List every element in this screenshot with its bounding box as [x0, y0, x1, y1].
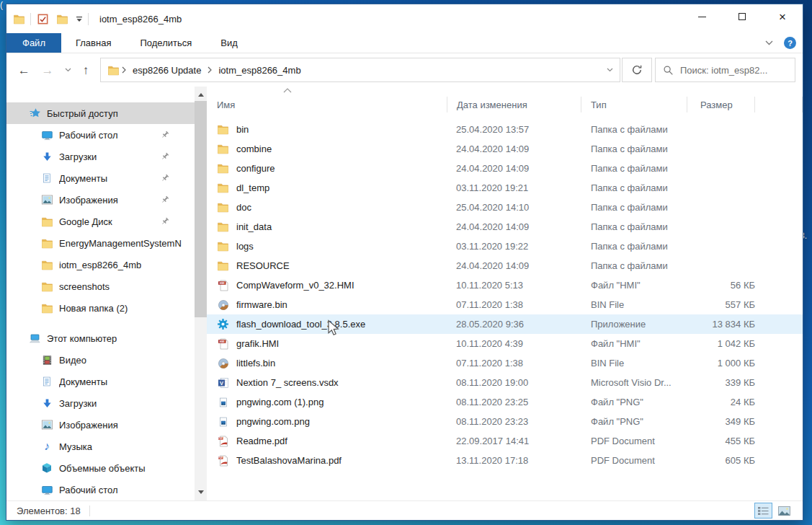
search-box[interactable] — [655, 58, 795, 82]
column-header-date[interactable]: Дата изменения — [447, 97, 581, 112]
sidebar-item-desktop[interactable]: Рабочий стол — [6, 124, 195, 146]
recent-locations-chevron-icon[interactable] — [65, 68, 71, 72]
sidebar-item-pictures-2[interactable]: Изображения — [6, 414, 195, 436]
sidebar-item-downloads-2[interactable]: Загрузки — [6, 392, 195, 414]
file-row[interactable]: init_data24.04.2020 14:09Папка с файлами — [207, 217, 803, 237]
file-name: doc — [236, 202, 251, 213]
breadcrumb-segment[interactable]: iotm_esp8266_4mb — [212, 65, 307, 76]
file-row[interactable]: bin25.04.2020 13:57Папка с файлами — [207, 120, 803, 139]
tab-share[interactable]: Поделиться — [125, 33, 206, 53]
back-button[interactable]: ← — [18, 64, 30, 76]
close-button[interactable]: × — [762, 4, 803, 29]
file-row[interactable]: PDFReadme.pdf22.09.2017 14:41PDF Documen… — [207, 431, 803, 451]
sidebar-item-documents[interactable]: Документы — [6, 167, 195, 189]
column-header-size[interactable]: Размер — [687, 97, 755, 112]
sidebar-item-documents-2[interactable]: Документы — [6, 371, 195, 392]
scroll-down-icon[interactable] — [195, 486, 207, 498]
folder-icon — [107, 65, 120, 76]
address-dropdown-chevron-icon[interactable] — [607, 68, 613, 72]
new-folder-icon[interactable] — [55, 14, 68, 25]
column-header-name[interactable]: Имя — [207, 97, 447, 112]
disc-icon — [217, 299, 229, 311]
png-icon — [217, 397, 229, 408]
file-row[interactable]: configure24.04.2020 14:09Папка с файлами — [207, 159, 803, 178]
scroll-up-icon[interactable] — [195, 89, 207, 101]
ribbon-tabs: Файл Главная Поделиться Вид ? — [6, 33, 803, 53]
file-name: Nextion 7_ screens.vsdx — [236, 377, 339, 388]
sidebar-item-screenshots[interactable]: screenshots — [6, 275, 195, 297]
file-row[interactable]: dl_temp03.11.2020 19:21Папка с файлами — [207, 178, 803, 198]
refresh-button[interactable] — [622, 58, 652, 82]
sidebar-item-music[interactable]: ♪Музыка — [6, 436, 195, 457]
expand-ribbon-chevron-icon[interactable] — [765, 40, 773, 45]
maximize-button[interactable] — [722, 4, 762, 29]
file-row[interactable]: flash_download_tool_3.8.5.exe28.05.2020 … — [207, 314, 803, 334]
details-view-button[interactable] — [754, 503, 772, 519]
forward-button[interactable]: → — [41, 64, 53, 76]
sidebar-item-pictures[interactable]: Изображения — [6, 189, 195, 211]
file-row[interactable]: HMIgrafik.HMI10.11.2020 4:39Файл "HMI"1 … — [207, 334, 803, 353]
tab-file[interactable]: Файл — [6, 33, 61, 53]
file-row[interactable]: PDFTestBalashovaMarina.pdf13.11.2020 17:… — [207, 451, 803, 470]
file-type: Папка с файлами — [581, 163, 687, 174]
navigation-bar: ← → ↑ esp8266 Update iotm_esp8266_4mb — [6, 53, 803, 87]
folder-icon — [217, 202, 229, 213]
breadcrumb-segment[interactable]: esp8266 Update — [126, 65, 208, 76]
file-row[interactable]: doc25.04.2020 14:10Папка с файлами — [207, 198, 803, 217]
video-icon — [40, 355, 53, 366]
file-name: bin — [236, 124, 249, 135]
sidebar-item-downloads[interactable]: Загрузки — [6, 146, 195, 167]
sidebar-item-video[interactable]: Видео — [6, 349, 195, 371]
minimize-button[interactable] — [682, 4, 722, 29]
sidebar-scrollbar[interactable] — [195, 87, 207, 500]
search-input[interactable] — [680, 65, 788, 76]
customize-toolbar-caret-icon[interactable] — [75, 16, 83, 22]
folder-icon — [217, 260, 229, 271]
file-row[interactable]: firmware.bin07.11.2020 1:38BIN File557 К… — [207, 295, 803, 314]
tab-home[interactable]: Главная — [61, 33, 125, 53]
sidebar-item-new-folder-2[interactable]: Новая папка (2) — [6, 297, 195, 319]
properties-check-icon[interactable] — [36, 13, 49, 25]
file-date: 13.11.2020 17:18 — [447, 455, 581, 466]
sidebar-item-desktop-2[interactable]: Рабочий стол — [6, 479, 195, 500]
file-name: littlefs.bin — [236, 358, 275, 369]
file-type: PDF Document — [581, 455, 687, 466]
file-type: Папка с файлами — [581, 221, 687, 232]
file-row[interactable]: logs03.11.2020 19:22Папка с файлами — [207, 237, 803, 256]
sidebar-item-quick-access[interactable]: Быстрый доступ — [6, 102, 195, 124]
file-row[interactable]: VNextion 7_ screens.vsdx08.11.2020 19:00… — [207, 373, 803, 392]
thumbnails-view-button[interactable] — [775, 503, 793, 519]
file-type: BIN File — [581, 299, 687, 310]
tab-view[interactable]: Вид — [206, 33, 252, 53]
file-row[interactable]: combine24.04.2020 14:09Папка с файлами — [207, 139, 803, 159]
file-type: Папка с файлами — [581, 260, 687, 271]
pin-icon — [159, 152, 171, 161]
file-name: RESOURCE — [236, 260, 290, 271]
file-row[interactable]: littlefs.bin07.11.2020 1:38BIN File1 000… — [207, 353, 803, 373]
pin-icon — [159, 195, 171, 204]
sidebar-item-3d-objects[interactable]: Объемные объекты — [6, 457, 195, 479]
cube-icon — [40, 462, 53, 474]
folder-icon — [217, 163, 229, 174]
file-name: Readme.pdf — [236, 436, 287, 446]
folder-icon — [217, 221, 229, 232]
scrollbar-thumb[interactable] — [195, 101, 207, 317]
search-icon — [663, 65, 674, 76]
sidebar-item-this-pc[interactable]: Этот компьютер — [6, 327, 195, 349]
sidebar-item-energy-management[interactable]: EnergyManagementSystemN — [6, 232, 195, 254]
pdf-icon: PDF — [217, 455, 229, 467]
help-button[interactable]: ? — [784, 37, 796, 49]
file-row[interactable]: HMICompWaveform_v0_32.HMI10.11.2020 5:13… — [207, 275, 803, 295]
column-header-type[interactable]: Тип — [581, 97, 687, 112]
file-row[interactable]: RESOURCE24.04.2020 14:09Папка с файлами — [207, 256, 803, 275]
file-row[interactable]: pngwing.com.png08.11.2020 23:23Файл "PNG… — [207, 412, 803, 431]
sidebar-item-iotm-esp8266-4mb[interactable]: iotm_esp8266_4mb — [6, 254, 195, 275]
sort-ascending-icon — [283, 88, 292, 93]
hmi-icon: HMI — [217, 280, 229, 291]
address-bar[interactable]: esp8266 Update iotm_esp8266_4mb — [100, 58, 620, 82]
sidebar-item-google-drive[interactable]: Google Диск — [6, 211, 195, 232]
file-row[interactable]: pngwing.com (1).png08.11.2020 23:25Файл … — [207, 392, 803, 412]
file-type: Папка с файлами — [581, 202, 687, 213]
file-name: pngwing.com (1).png — [236, 397, 324, 407]
up-button[interactable]: ↑ — [83, 64, 89, 76]
